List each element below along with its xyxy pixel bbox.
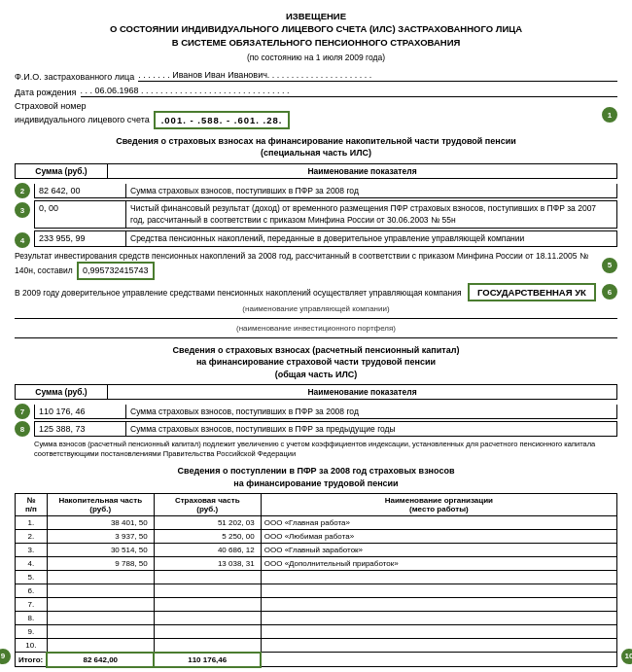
- section3-table: №п/п Накопительная часть(руб.) Страховая…: [15, 493, 617, 668]
- account-number: .001. - .588. - .601. .28.: [154, 111, 291, 129]
- col-num-header: №п/п: [16, 494, 48, 516]
- separator1: [15, 318, 617, 319]
- cell-nakop: [47, 612, 154, 625]
- cell-nakop: 3 937, 50: [47, 530, 154, 544]
- table-row: 6.: [16, 584, 617, 598]
- cell-strah: 5 250, 00: [154, 530, 261, 544]
- section1-header: Сведения о страховых взносах на финансир…: [15, 135, 617, 159]
- table-row: 8.: [16, 612, 617, 625]
- col-strah-header: Страховая часть(руб.): [154, 494, 261, 516]
- cell-strah: [154, 639, 261, 653]
- total-org: [261, 653, 616, 667]
- section2-footnote: Сумма взносов (расчетный пенсионный капи…: [15, 440, 617, 459]
- account-label1: Страховой номер: [15, 101, 596, 111]
- fio-value: . . . . . . . Иванов Иван Иванович. . . …: [138, 70, 617, 82]
- cell-nakop: 9 788, 50: [47, 557, 154, 571]
- cell-org: ООО «Любимая работа»: [261, 530, 616, 544]
- doc-title: ИЗВЕЩЕНИЕ О СОСТОЯНИИ ИНДИВИДУАЛЬНОГО ЛИ…: [15, 10, 617, 49]
- cell-num: 2.: [16, 530, 48, 544]
- cell-num: 5.: [16, 571, 48, 584]
- account-label2: индивидуального лицевого счета: [15, 115, 150, 124]
- cell-org: [261, 584, 616, 598]
- circle-3: 3: [15, 202, 30, 218]
- cell-num: 3.: [16, 544, 48, 557]
- circle-1: 1: [602, 107, 617, 123]
- cell-num: 4.: [16, 557, 48, 571]
- total-nakop: 82 642,00: [47, 653, 154, 667]
- managing-text: В 2009 году доверительное управление сре…: [15, 283, 596, 301]
- investment-text: Результат инвестирования средств пенсион…: [15, 251, 596, 280]
- table-row: 5.: [16, 571, 617, 584]
- cell-num: 6.: [16, 584, 48, 598]
- cell-strah: 40 686, 12: [154, 544, 261, 557]
- cell-num: 7.: [16, 598, 48, 612]
- circle-9: 9: [0, 649, 11, 664]
- dob-label: Дата рождения: [15, 88, 77, 97]
- total-row: Итого: 82 642,00 110 176,46: [16, 653, 617, 667]
- cell-org: [261, 625, 616, 639]
- row8-desc: Сумма страховых взносов, поступивших в П…: [126, 422, 616, 436]
- cell-nakop: [47, 598, 154, 612]
- cell-nakop: [47, 571, 154, 584]
- row7: 110 176, 46 Сумма страховых взносов, пос…: [34, 405, 617, 419]
- row2: 82 642, 00 Сумма страховых взносов, пост…: [34, 184, 617, 198]
- doc-subtitle: (по состоянию на 1 июля 2009 года): [15, 53, 617, 62]
- col-name-header: Наименование показателя: [108, 164, 617, 179]
- circle-7: 7: [15, 404, 30, 419]
- cell-num: 10.: [16, 639, 48, 653]
- cell-strah: [154, 598, 261, 612]
- row3: 0, 00 Чистый финансовый результат (доход…: [34, 200, 617, 229]
- managing-company: ГОСУДАРСТВЕННАЯ УК: [468, 283, 596, 301]
- cell-org: [261, 571, 616, 584]
- table-row: 7.: [16, 598, 617, 612]
- fio-label: Ф.И.О. застрахованного лица: [15, 72, 134, 82]
- col-org-header: Наименование организации(место работы): [261, 494, 616, 516]
- managing-caption: (наименование управляющей компании): [15, 304, 617, 313]
- separator2: [15, 337, 617, 338]
- circle-6: 6: [602, 284, 617, 300]
- circle-5: 5: [602, 258, 617, 273]
- cell-strah: [154, 571, 261, 584]
- table-row: 1. 38 401, 50 51 202, 03 ООО «Главная ра…: [16, 516, 617, 530]
- cell-org: ООО «Главный заработок»: [261, 544, 616, 557]
- section3-header: Сведения о поступлении в ПФР за 2008 год…: [15, 465, 617, 489]
- cell-num: 1.: [16, 516, 48, 530]
- cell-strah: [154, 584, 261, 598]
- cell-org: ООО «Главная работа»: [261, 516, 616, 530]
- circle-8: 8: [15, 421, 30, 437]
- col-nakop-header: Накопительная часть(руб.): [47, 494, 154, 516]
- cell-num: 9.: [16, 625, 48, 639]
- dob-row: Дата рождения . . . 06.06.1968 . . . . .…: [15, 86, 617, 97]
- cell-strah: 51 202, 03: [154, 516, 261, 530]
- col-name2-header: Наименование показателя: [108, 385, 617, 400]
- row3-desc: Чистый финансовый результат (доход) от в…: [126, 201, 616, 228]
- row7-sum: 110 176, 46: [35, 405, 126, 418]
- row4-sum: 233 955, 99: [35, 231, 126, 246]
- circle-10: 10: [621, 649, 632, 664]
- total-strah: 110 176,46: [154, 653, 261, 667]
- row4: 233 955, 99 Средства пенсионных накоплен…: [34, 230, 617, 247]
- section2-table-header: Сумма (руб.) Наименование показателя: [15, 384, 617, 400]
- circle-2: 2: [15, 183, 30, 198]
- row3-sum: 0, 00: [35, 201, 126, 228]
- cell-org: [261, 639, 616, 653]
- cell-nakop: [47, 639, 154, 653]
- cell-nakop: 38 401, 50: [47, 516, 154, 530]
- cell-org: [261, 598, 616, 612]
- section1-table: Сумма (руб.) Наименование показателя: [15, 163, 617, 179]
- row7-desc: Сумма страховых взносов, поступивших в П…: [126, 405, 616, 418]
- cell-strah: [154, 625, 261, 639]
- circle-4: 4: [15, 232, 30, 248]
- section2-header: Сведения о страховых взносах (расчетный …: [15, 344, 617, 381]
- cell-org: ООО «Дополнительный приработок»: [261, 557, 616, 571]
- row2-desc: Сумма страховых взносов, поступивших в П…: [126, 184, 616, 197]
- investment-value: 0,995732415743: [77, 262, 155, 279]
- portfolio-caption: (наименование инвестиционного портфеля): [15, 324, 617, 333]
- cell-nakop: [47, 584, 154, 598]
- cell-strah: [154, 612, 261, 625]
- row2-sum: 82 642, 00: [35, 184, 126, 197]
- cell-strah: 13 038, 31: [154, 557, 261, 571]
- dob-value: . . . 06.06.1968 . . . . . . . . . . . .…: [81, 86, 618, 97]
- col-sum2-header: Сумма (руб.): [16, 385, 108, 400]
- total-label: Итого:: [16, 653, 48, 667]
